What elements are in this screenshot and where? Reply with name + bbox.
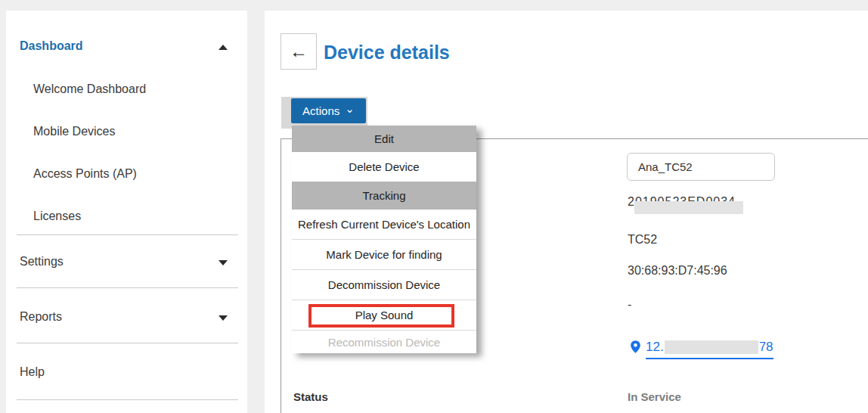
- menu-item-label: Delete Device: [349, 160, 419, 173]
- menu-header-label: Tracking: [363, 189, 406, 202]
- device-serial-value: 20190523ED0034: [628, 195, 756, 215]
- menu-item-decommission-device[interactable]: Decommission Device: [292, 269, 476, 300]
- sidebar-item-welcome-dashboard[interactable]: Welcome Dashboard: [33, 82, 240, 96]
- chevron-down-icon: ⌄: [345, 105, 355, 113]
- device-location-row: 12. 78: [628, 338, 773, 359]
- redaction-overlay: [634, 201, 743, 214]
- sidebar-divider: [17, 343, 238, 343]
- status-label: Status: [293, 390, 328, 403]
- sidebar-item-label: Help: [20, 365, 45, 379]
- menu-item-label: Recommission Device: [328, 336, 440, 349]
- back-button[interactable]: ←: [281, 33, 317, 70]
- page-title: Device details: [324, 42, 450, 64]
- map-pin-icon: [628, 338, 643, 356]
- sidebar: Dashboard Welcome Dashboard Mobile Devic…: [6, 11, 247, 413]
- sidebar-item-label: Mobile Devices: [33, 125, 115, 138]
- chevron-down-icon: [219, 260, 228, 266]
- location-coordinates-link[interactable]: 12. 78: [646, 340, 773, 359]
- menu-item-mark-for-finding[interactable]: Mark Device for finding: [292, 239, 476, 269]
- sidebar-item-label: Welcome Dashboard: [33, 82, 146, 96]
- actions-button-label: Actions: [302, 104, 339, 117]
- device-empty-value: -: [628, 298, 631, 312]
- sidebar-item-label: Reports: [20, 310, 62, 324]
- chevron-down-icon: [219, 315, 228, 321]
- menu-section-header-edit: Edit: [292, 126, 476, 152]
- menu-section-header-tracking: Tracking: [292, 182, 476, 210]
- actions-dropdown-button[interactable]: Actions ⌄: [291, 98, 366, 123]
- sidebar-item-licenses[interactable]: Licenses: [33, 210, 240, 223]
- back-arrow-icon: ←: [290, 41, 308, 62]
- status-value: In Service: [628, 390, 681, 403]
- menu-item-label: Decommission Device: [328, 278, 440, 291]
- actions-button-container: Actions ⌄: [281, 97, 367, 129]
- sidebar-item-settings[interactable]: Settings: [20, 255, 240, 269]
- actions-dropdown-menu: Edit Delete Device Tracking Refresh Curr…: [292, 126, 476, 353]
- sidebar-item-dashboard[interactable]: Dashboard: [20, 39, 240, 53]
- menu-item-label: Refresh Current Device's Location: [298, 218, 470, 231]
- details-panel-left-border: [281, 138, 281, 413]
- main-content: ← Device details Actions ⌄ 20190523ED003…: [265, 11, 868, 413]
- menu-header-label: Edit: [374, 132, 394, 145]
- device-name-input[interactable]: [627, 153, 775, 181]
- sidebar-divider: [17, 287, 238, 288]
- menu-item-label: Play Sound: [355, 309, 414, 321]
- sidebar-divider: [17, 234, 238, 235]
- location-link-prefix: 12.: [646, 340, 664, 355]
- menu-item-label: Mark Device for finding: [326, 248, 442, 261]
- sidebar-item-access-points[interactable]: Access Points (AP): [33, 167, 240, 181]
- sidebar-divider: [17, 399, 238, 400]
- sidebar-item-reports[interactable]: Reports: [20, 310, 240, 324]
- device-model-value: TC52: [628, 233, 657, 247]
- menu-item-recommission-device: Recommission Device: [292, 330, 476, 353]
- redaction-overlay: [665, 340, 758, 354]
- sidebar-item-label: Dashboard: [20, 39, 83, 53]
- sidebar-item-mobile-devices[interactable]: Mobile Devices: [33, 125, 240, 138]
- sidebar-item-help[interactable]: Help: [20, 365, 240, 379]
- sidebar-item-label: Access Points (AP): [33, 167, 137, 181]
- menu-item-refresh-location[interactable]: Refresh Current Device's Location: [292, 210, 476, 239]
- menu-item-play-sound[interactable]: Play Sound: [292, 300, 476, 330]
- sidebar-item-label: Licenses: [33, 210, 81, 223]
- location-link-suffix: 78: [759, 340, 773, 355]
- device-mac-value: 30:68:93:D7:45:96: [628, 264, 727, 278]
- menu-item-delete-device[interactable]: Delete Device: [292, 152, 476, 182]
- chevron-up-icon: [219, 45, 228, 50]
- sidebar-item-label: Settings: [20, 255, 64, 269]
